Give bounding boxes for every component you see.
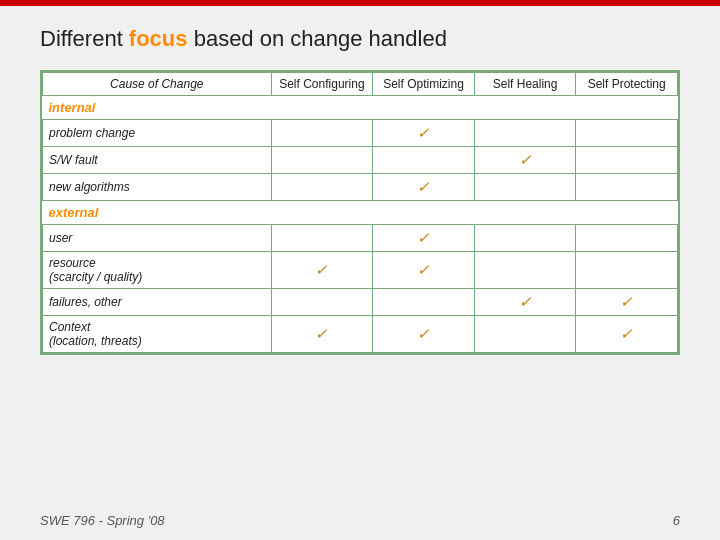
slide-title: Different focus based on change handled	[40, 26, 680, 52]
category-row: internal	[43, 96, 678, 120]
category-row: external	[43, 201, 678, 225]
header-col1: Self Configuring	[271, 73, 373, 96]
title-focus: focus	[129, 26, 188, 51]
header-cause: Cause of Change	[43, 73, 272, 96]
footer: SWE 796 - Spring '08 6	[40, 513, 680, 528]
content: Different focus based on change handled …	[0, 6, 720, 365]
table-row: Context (location, threats)✓✓✓	[43, 316, 678, 353]
main-table-container: Cause of Change Self Configuring Self Op…	[40, 70, 680, 355]
main-table: Cause of Change Self Configuring Self Op…	[42, 72, 678, 353]
header-col2: Self Optimizing	[373, 73, 475, 96]
table-row: new algorithms✓	[43, 174, 678, 201]
slide: Different focus based on change handled …	[0, 0, 720, 540]
footer-right: 6	[673, 513, 680, 528]
table-row: problem change✓	[43, 120, 678, 147]
title-prefix: Different	[40, 26, 129, 51]
table-header-row: Cause of Change Self Configuring Self Op…	[43, 73, 678, 96]
header-col3: Self Healing	[474, 73, 576, 96]
title-suffix: based on change handled	[188, 26, 447, 51]
table-body: internalproblem change✓S/W fault✓new alg…	[43, 96, 678, 353]
table-row: user✓	[43, 225, 678, 252]
table-row: failures, other✓✓	[43, 289, 678, 316]
table-row: resource (scarcity / quality)✓✓	[43, 252, 678, 289]
table-row: S/W fault✓	[43, 147, 678, 174]
footer-left: SWE 796 - Spring '08	[40, 513, 165, 528]
header-col4: Self Protecting	[576, 73, 678, 96]
